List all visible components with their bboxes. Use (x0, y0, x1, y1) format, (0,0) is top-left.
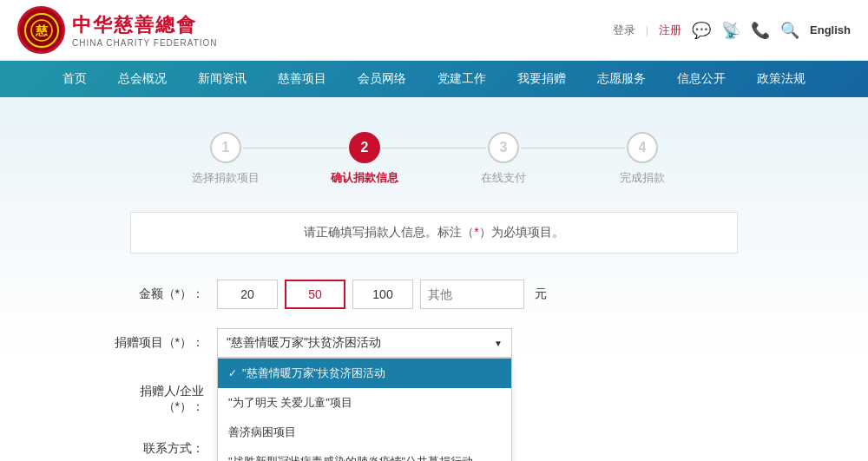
nav-charity[interactable]: 慈善项目 (262, 61, 342, 97)
project-select-wrapper: "慈善情暖万家"扶贫济困活动 ▼ ✓ "慈善情暖万家"扶贫济困活动 "为了明天 … (217, 328, 512, 358)
step-1-label: 选择捐款项目 (192, 170, 260, 186)
project-select-display[interactable]: "慈善情暖万家"扶贫济困活动 ▼ (217, 328, 512, 358)
nav-policy[interactable]: 政策法规 (741, 61, 821, 97)
project-row: 捐赠项目（*）： "慈善情暖万家"扶贫济困活动 ▼ ✓ "慈善情暖万家"扶贫济困… (104, 328, 764, 358)
login-link[interactable]: 登录 (613, 23, 635, 38)
step-2-circle: 2 (349, 132, 380, 163)
amount-20-button[interactable]: 20 (217, 280, 278, 309)
nav-info[interactable]: 信息公开 (661, 61, 741, 97)
nav-home[interactable]: 首页 (47, 61, 102, 97)
header: 慈 中华慈善總會 CHINA CHARITY FEDERATION 登录 | 注… (0, 0, 868, 61)
main-nav: 首页 总会概况 新闻资讯 慈善项目 会员网络 党建工作 我要捐赠 志愿服务 信息… (0, 61, 868, 97)
step-3-circle: 3 (488, 132, 519, 163)
project-option-2[interactable]: 善济病困项目 (218, 418, 511, 447)
checkmark-icon: ✓ (228, 367, 237, 379)
step-4: 4 完成捐款 (573, 132, 712, 186)
project-controls: "慈善情暖万家"扶贫济困活动 ▼ ✓ "慈善情暖万家"扶贫济困活动 "为了明天 … (217, 328, 512, 358)
logo-icon: 慈 (17, 6, 65, 54)
wechat-icon[interactable]: 💬 (692, 21, 711, 40)
step-1: 1 选择捐款项目 (156, 132, 295, 186)
amount-100-button[interactable]: 100 (352, 280, 413, 309)
logo-english-sub: CHINA CHARITY FEDERATION (72, 38, 218, 48)
step-3: 3 在线支付 (434, 132, 573, 186)
project-dropdown-menu: ✓ "慈善情暖万家"扶贫济困活动 "为了明天 关爱儿童"项目 善济病困项目 "战… (217, 358, 512, 461)
nav-members[interactable]: 会员网络 (342, 61, 422, 97)
project-option-0[interactable]: ✓ "慈善情暖万家"扶贫济困活动 (218, 359, 511, 388)
nav-volunteer[interactable]: 志愿服务 (582, 61, 661, 97)
logo-chinese: 中华慈善總會 (72, 12, 218, 38)
search-icon[interactable]: 🔍 (780, 21, 799, 40)
amount-controls: 20 50 100 元 (217, 280, 547, 309)
amount-row: 金额（*）： 20 50 100 元 (104, 280, 764, 309)
step-4-label: 完成捐款 (620, 170, 665, 186)
register-link[interactable]: 注册 (659, 23, 681, 38)
notice-text: 请正确填写捐款人信息。标注（*）为必填项目。 (304, 225, 563, 239)
svg-text:慈: 慈 (35, 23, 49, 37)
nav-party[interactable]: 党建工作 (422, 61, 502, 97)
logo: 慈 中华慈善總會 CHINA CHARITY FEDERATION (17, 6, 218, 54)
steps-indicator: 1 选择捐款项目 2 确认捐款信息 3 在线支付 4 完成捐款 (0, 115, 868, 194)
header-actions: 登录 | 注册 💬 📡 📞 🔍 English (613, 21, 851, 40)
step-3-label: 在线支付 (481, 170, 526, 186)
chevron-down-icon: ▼ (494, 339, 503, 348)
project-label: 捐赠项目（*）： (104, 328, 217, 351)
donor-label: 捐赠人/企业（*）： (104, 377, 217, 415)
form-area: 金额（*）： 20 50 100 元 捐赠项目（*）： "慈善情暖万家"扶贫济困… (87, 271, 781, 461)
nav-overview[interactable]: 总会概况 (102, 61, 182, 97)
divider-1: | (646, 23, 648, 36)
content-area: 1 选择捐款项目 2 确认捐款信息 3 在线支付 4 完成捐款 请正确填写捐款人… (0, 97, 868, 461)
language-switcher[interactable]: English (810, 23, 851, 36)
amount-label: 金额（*）： (104, 280, 217, 302)
nav-news[interactable]: 新闻资讯 (182, 61, 262, 97)
weibo-icon[interactable]: 📡 (721, 21, 740, 40)
phone-icon[interactable]: 📞 (751, 21, 770, 40)
step-4-circle: 4 (627, 132, 658, 163)
project-option-1[interactable]: "为了明天 关爱儿童"项目 (218, 388, 511, 418)
logo-text: 中华慈善總會 CHINA CHARITY FEDERATION (72, 12, 218, 48)
project-selected-text: "慈善情暖万家"扶贫济困活动 (227, 335, 381, 351)
step-2-label: 确认捐款信息 (331, 170, 398, 186)
star-symbol: * (474, 225, 478, 239)
info-notice: 请正确填写捐款人信息。标注（*）为必填项目。 (130, 212, 738, 254)
step-1-circle: 1 (210, 132, 241, 163)
amount-50-button[interactable]: 50 (285, 280, 345, 309)
project-option-3[interactable]: "战胜新型冠状病毒感染的肺炎疫情"公共募捐行动 (218, 447, 511, 461)
nav-donate[interactable]: 我要捐赠 (502, 61, 582, 97)
contact-label: 联系方式： (104, 434, 217, 457)
amount-other-input[interactable] (420, 280, 524, 309)
amount-unit: 元 (531, 286, 547, 302)
step-2: 2 确认捐款信息 (295, 132, 434, 186)
